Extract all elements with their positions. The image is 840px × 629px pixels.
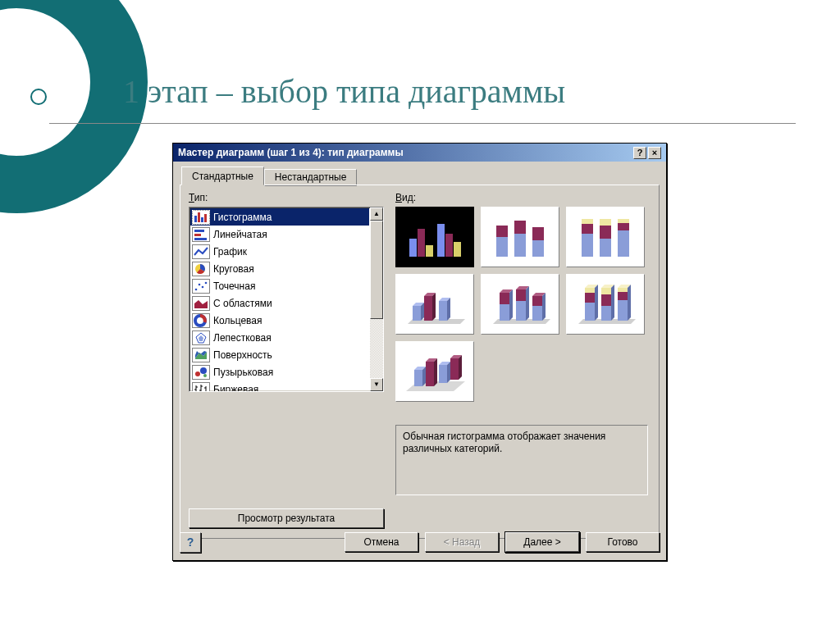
scatter-icon: [192, 279, 210, 294]
svg-marker-12: [194, 300, 208, 308]
help-button[interactable]: [180, 532, 201, 553]
svg-rect-39: [514, 221, 526, 234]
svg-point-8: [195, 288, 198, 290]
svg-rect-40: [532, 240, 544, 257]
chart-type-label: Биржевая: [213, 384, 258, 392]
svg-marker-15: [199, 335, 203, 341]
hbar-icon: [192, 227, 210, 242]
stacked-column-icon: [488, 214, 552, 260]
finish-button[interactable]: Готово: [586, 532, 660, 552]
svg-rect-2: [201, 217, 203, 222]
chart-type-label: Гистограмма: [213, 212, 272, 223]
scroll-track[interactable]: [370, 221, 383, 378]
subtype-grid: [395, 207, 650, 402]
svg-rect-66: [516, 301, 526, 321]
svg-rect-33: [437, 224, 445, 257]
svg-rect-87: [618, 288, 628, 292]
help-titlebar-button[interactable]: ?: [633, 147, 646, 159]
svg-rect-71: [532, 296, 542, 306]
dialog-titlebar[interactable]: Мастер диаграмм (шаг 1 из 4): тип диагра…: [173, 144, 666, 162]
svg-marker-60: [447, 298, 450, 321]
svg-rect-91: [414, 370, 422, 386]
slide-title: 1 этап – выбор типа диаграммы: [123, 72, 565, 111]
svg-point-18: [195, 371, 200, 376]
svg-rect-1: [198, 212, 200, 222]
svg-rect-62: [500, 304, 509, 321]
chart-type-stock[interactable]: Биржевая: [190, 381, 369, 391]
chart-type-donut[interactable]: Кольцевая: [190, 312, 369, 329]
svg-rect-31: [418, 229, 425, 257]
subtype-3d-column[interactable]: [395, 341, 474, 402]
cancel-button[interactable]: Отмена: [345, 532, 418, 552]
tabs-row: Стандартные Нестандартные: [173, 162, 666, 185]
svg-marker-89: [628, 285, 631, 321]
svg-point-20: [203, 374, 207, 377]
svg-rect-32: [426, 245, 433, 257]
chart-type-pie[interactable]: Круговая: [190, 260, 369, 277]
column-3d-icon: [403, 349, 467, 394]
svg-rect-0: [194, 216, 197, 222]
subtype-3d-stacked-column[interactable]: [481, 274, 559, 335]
svg-rect-77: [585, 288, 595, 293]
preview-result-button[interactable]: Просмотр результата: [189, 508, 384, 528]
svg-marker-65: [509, 289, 513, 321]
scroll-up-button[interactable]: ▲: [370, 207, 383, 221]
chart-type-label: Лепестковая: [213, 332, 272, 344]
subtype-100pct-stacked-column[interactable]: [566, 207, 645, 267]
view-label: Вид:: [395, 192, 416, 203]
pct-stacked-column-icon: [573, 214, 637, 260]
svg-marker-99: [447, 362, 450, 383]
dialog-button-row: Отмена < Назад Далее > Готово: [180, 531, 660, 554]
svg-rect-35: [454, 242, 461, 257]
svg-rect-41: [532, 227, 544, 240]
next-button[interactable]: Далее >: [505, 532, 579, 552]
chart-type-surface[interactable]: Поверхность: [190, 346, 369, 363]
bar-icon: [192, 210, 210, 225]
back-button[interactable]: < Назад: [425, 532, 499, 552]
chart-type-area[interactable]: С областями: [190, 294, 369, 312]
svg-rect-94: [426, 362, 434, 386]
listbox-scrollbar[interactable]: ▲ ▼: [370, 207, 383, 391]
svg-rect-100: [450, 358, 459, 380]
chart-wizard-dialog: Мастер диаграмм (шаг 1 из 4): тип диагра…: [172, 143, 667, 561]
stacked-column-3d-icon: [488, 281, 552, 327]
type-label: Тип:: [189, 192, 208, 203]
tab-standard[interactable]: Стандартные: [181, 166, 264, 185]
area-icon: [192, 296, 210, 311]
svg-rect-70: [532, 306, 542, 321]
svg-point-11: [205, 281, 208, 284]
subtype-3d-100pct-stacked-column[interactable]: [566, 274, 645, 335]
svg-rect-36: [496, 237, 508, 257]
svg-rect-97: [439, 365, 447, 383]
svg-marker-96: [434, 358, 437, 386]
chart-type-label: Точечная: [213, 280, 255, 292]
stock-icon: [192, 382, 210, 392]
chart-type-bubble[interactable]: Пузырьковая: [190, 363, 369, 381]
svg-marker-93: [422, 367, 426, 386]
chart-type-listbox[interactable]: ГистограммаЛинейчатаяГрафикКруговаяТочеч…: [189, 207, 384, 392]
tab-panel-standard: Тип: Вид: ГистограммаЛинейчатаяГрафикКру…: [180, 185, 660, 539]
svg-point-19: [200, 367, 207, 374]
chart-type-scatter[interactable]: Точечная: [190, 277, 369, 294]
svg-rect-5: [194, 234, 201, 236]
chart-type-hbar[interactable]: Линейчатая: [190, 226, 369, 243]
chart-type-label: График: [213, 246, 247, 258]
svg-rect-30: [409, 239, 417, 257]
subtype-clustered-column[interactable]: [395, 207, 474, 267]
chart-type-radar[interactable]: Лепестковая: [190, 329, 369, 346]
scroll-thumb[interactable]: [370, 221, 383, 319]
chart-type-line[interactable]: График: [190, 243, 369, 260]
chart-type-label: Кольцевая: [213, 315, 262, 326]
close-button[interactable]: ×: [648, 147, 661, 159]
svg-marker-73: [542, 293, 546, 321]
scroll-down-button[interactable]: ▼: [370, 378, 383, 391]
chart-type-bar[interactable]: Гистограмма: [190, 208, 369, 226]
svg-rect-34: [445, 234, 453, 257]
subtype-stacked-column[interactable]: [481, 207, 559, 267]
subtype-3d-clustered-column[interactable]: [395, 274, 474, 335]
slide-bullet-icon: [30, 89, 47, 105]
chart-type-label: Пузырьковая: [213, 367, 273, 378]
clustered-column-icon: [403, 214, 467, 260]
chart-type-label: Поверхность: [213, 349, 272, 361]
tab-custom[interactable]: Нестандартные: [264, 169, 358, 186]
